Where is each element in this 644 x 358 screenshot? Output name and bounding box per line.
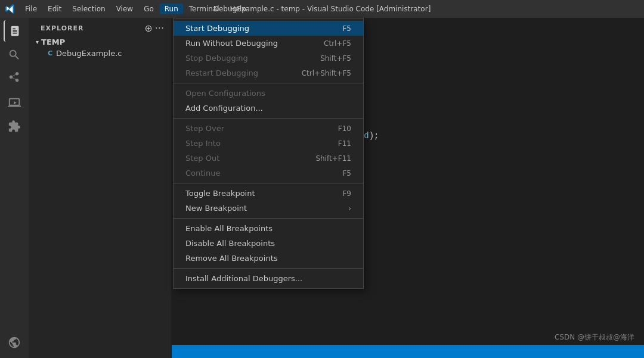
open-configurations-label: Open Configurations — [185, 89, 265, 98]
c-file-icon: C — [48, 49, 52, 57]
restart-debugging-shortcut: Ctrl+Shift+F5 — [302, 69, 351, 77]
run-without-debugging-label: Run Without Debugging — [185, 39, 278, 48]
menu-divider-5 — [174, 268, 363, 269]
menu-divider-1 — [174, 83, 363, 83]
folder-arrow-icon: ▾ — [36, 39, 39, 45]
folder-item-temp[interactable]: ▾ TEMP — [29, 36, 171, 48]
enable-all-breakpoints-label: Enable All Breakpoints — [185, 224, 273, 233]
stop-debugging-shortcut: Shift+F5 — [320, 54, 351, 63]
continue-label: Continue — [185, 169, 220, 178]
menu-step-over[interactable]: Step Over F10 — [174, 121, 363, 136]
stop-debugging-label: Stop Debugging — [185, 54, 248, 63]
menu-file[interactable]: File — [20, 4, 42, 14]
disable-all-breakpoints-label: Disable All Breakpoints — [185, 239, 275, 248]
menu-view[interactable]: View — [112, 4, 138, 14]
menu-selection[interactable]: Selection — [67, 4, 110, 14]
menu-continue[interactable]: Continue F5 — [174, 166, 363, 180]
menu-restart-debugging[interactable]: Restart Debugging Ctrl+Shift+F5 — [174, 66, 363, 80]
watermark: CSDN @饼干叔叔@海洋 — [555, 332, 634, 343]
step-out-label: Step Out — [185, 154, 219, 163]
activity-bar — [0, 18, 29, 358]
menu-divider-4 — [174, 218, 363, 219]
remove-all-breakpoints-label: Remove All Breakpoints — [185, 254, 278, 263]
status-bar — [172, 345, 644, 358]
source-control-activity-icon[interactable] — [4, 68, 25, 89]
menu-step-out[interactable]: Step Out Shift+F11 — [174, 151, 363, 166]
vscode-logo — [5, 4, 16, 14]
menu-run-without-debugging[interactable]: Run Without Debugging Ctrl+F5 — [174, 36, 363, 51]
menu-disable-all-breakpoints[interactable]: Disable All Breakpoints — [174, 236, 363, 251]
extensions-activity-icon[interactable] — [4, 116, 25, 137]
sidebar-header: EXPLORER ⊕ ··· — [29, 18, 171, 36]
window-title: DebugExample.c - temp - Visual Studio Co… — [213, 5, 431, 13]
menu-step-into[interactable]: Step Into F11 — [174, 136, 363, 151]
sidebar: EXPLORER ⊕ ··· ▾ TEMP C DebugExample.c — [29, 18, 172, 358]
run-debug-activity-icon[interactable] — [4, 92, 25, 113]
run-dropdown-menu: Start Debugging F5 Run Without Debugging… — [173, 18, 364, 289]
add-configuration-label: Add Configuration... — [185, 104, 263, 113]
step-over-shortcut: F10 — [338, 124, 351, 133]
step-into-label: Step Into — [185, 139, 221, 148]
menu-new-breakpoint[interactable]: New Breakpoint › — [174, 201, 363, 216]
new-file-icon[interactable]: ⊕ — [144, 23, 152, 34]
menu-install-debuggers[interactable]: Install Additional Debuggers... — [174, 271, 363, 286]
continue-shortcut: F5 — [342, 169, 351, 178]
toggle-breakpoint-shortcut: F9 — [342, 189, 351, 198]
title-bar: File Edit Selection View Go Run Terminal… — [0, 0, 644, 18]
run-without-debugging-shortcut: Ctrl+F5 — [324, 39, 351, 48]
more-actions-icon[interactable]: ··· — [155, 23, 164, 34]
file-item-debugexample[interactable]: C DebugExample.c — [29, 48, 171, 59]
step-into-shortcut: F11 — [338, 139, 351, 148]
menu-divider-3 — [174, 183, 363, 183]
install-debuggers-label: Install Additional Debuggers... — [185, 274, 302, 283]
toggle-breakpoint-label: Toggle Breakpoint — [185, 189, 255, 198]
search-activity-icon[interactable] — [4, 44, 25, 66]
file-name: DebugExample.c — [56, 49, 122, 58]
menu-enable-all-breakpoints[interactable]: Enable All Breakpoints — [174, 221, 363, 236]
menu-edit[interactable]: Edit — [43, 4, 66, 14]
menu-add-configuration[interactable]: Add Configuration... — [174, 101, 363, 116]
remote-activity-icon[interactable] — [4, 332, 25, 353]
new-breakpoint-submenu-icon: › — [348, 204, 351, 213]
menu-stop-debugging[interactable]: Stop Debugging Shift+F5 — [174, 51, 363, 66]
start-debugging-shortcut: F5 — [342, 24, 351, 33]
sidebar-title: EXPLORER — [41, 24, 83, 32]
menu-start-debugging[interactable]: Start Debugging F5 — [174, 21, 363, 36]
menu-run[interactable]: Run — [160, 4, 183, 14]
menu-toggle-breakpoint[interactable]: Toggle Breakpoint F9 — [174, 186, 363, 201]
explorer-activity-icon[interactable] — [4, 20, 25, 42]
menu-remove-all-breakpoints[interactable]: Remove All Breakpoints — [174, 251, 363, 266]
start-debugging-label: Start Debugging — [185, 24, 249, 33]
folder-name: TEMP — [41, 38, 65, 46]
menu-divider-2 — [174, 118, 363, 119]
menu-go[interactable]: Go — [139, 4, 159, 14]
sidebar-actions: ⊕ ··· — [144, 23, 164, 34]
step-over-label: Step Over — [185, 124, 224, 133]
new-breakpoint-label: New Breakpoint — [185, 204, 247, 213]
restart-debugging-label: Restart Debugging — [185, 69, 258, 77]
step-out-shortcut: Shift+F11 — [315, 154, 351, 163]
menu-open-configurations[interactable]: Open Configurations — [174, 86, 363, 101]
